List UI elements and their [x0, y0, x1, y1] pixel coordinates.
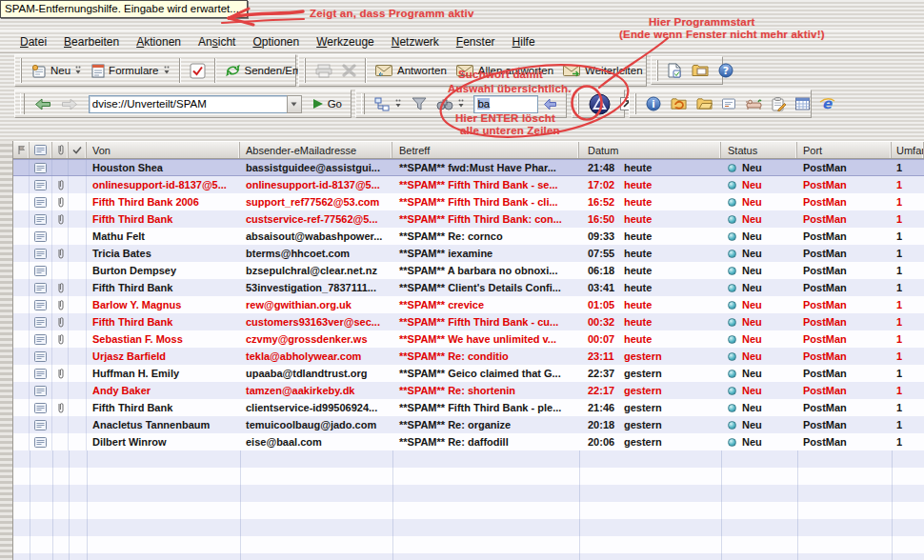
sender-email: bterms@hhcoet.com: [240, 245, 392, 262]
print-button[interactable]: [311, 62, 337, 80]
menu-item-optionen[interactable]: Optionen: [244, 32, 308, 51]
column-header-datum[interactable]: Datum: [579, 142, 721, 158]
reply-all-button[interactable]: Allen antworten: [452, 63, 558, 79]
search-back-button[interactable]: [538, 96, 562, 112]
message-row[interactable]: onlinesupport-id-8137@5... onlinesupport…: [13, 176, 924, 193]
forms-button[interactable]: Formulare: [87, 62, 174, 80]
paperclip-icon: [56, 316, 65, 329]
find-button[interactable]: [432, 96, 470, 112]
new-button[interactable]: Neu: [27, 62, 87, 80]
resubmit-button[interactable]: [741, 96, 767, 112]
chevron-down-icon[interactable]: [457, 99, 465, 109]
time: 06:18: [588, 262, 624, 279]
toolbar-separator: [365, 58, 367, 83]
message-row[interactable]: Barlow Y. Magnus rew@gwithian.org.uk **S…: [13, 296, 924, 313]
back-button[interactable]: [30, 96, 56, 112]
message-row[interactable]: Fifth Third Bank 53investigation_7837111…: [13, 279, 924, 296]
message-row[interactable]: Anacletus Tannenbaum temuicoolbaug@jado.…: [13, 416, 924, 433]
delete-button[interactable]: [337, 62, 361, 79]
go-button[interactable]: Go: [308, 96, 347, 111]
status-dot-icon: [728, 352, 736, 361]
export-document-button[interactable]: [663, 61, 687, 80]
column-header-betreff[interactable]: Betreff: [392, 142, 579, 158]
message-row[interactable]: Fifth Third Bank custservice-ref-77562@5…: [13, 210, 924, 228]
sender-name: Fifth Third Bank: [87, 279, 240, 296]
column-header-status[interactable]: Status: [721, 142, 797, 158]
address-dropdown-button[interactable]: [287, 95, 302, 113]
search-input[interactable]: ba: [473, 95, 538, 113]
menu-item-fenster[interactable]: Fenster: [448, 32, 504, 51]
column-label: Umfang: [896, 145, 924, 156]
type-column-header[interactable]: [30, 142, 52, 158]
column-header-port[interactable]: Port: [797, 142, 892, 158]
reply-button[interactable]: Antworten: [371, 63, 452, 79]
folder-sync-icon: [671, 97, 687, 110]
message-row[interactable]: Fifth Third Bank clientservice-id9950692…: [13, 399, 924, 416]
paperclip-icon: [56, 299, 65, 311]
search-value-text: ba: [477, 98, 490, 110]
menu-item-aktionen[interactable]: Aktionen: [128, 32, 190, 51]
message-row[interactable]: Houston Shea bassistguidee@assistgui... …: [13, 159, 924, 176]
internet-button[interactable]: e: [814, 94, 840, 113]
filter-button[interactable]: [407, 95, 432, 112]
message-row[interactable]: Burton Dempsey bzsepulchral@clear.net.nz…: [13, 262, 924, 279]
column-header-umfang[interactable]: Umfang: [892, 142, 924, 158]
flag-column-header[interactable]: [13, 142, 30, 158]
done-column-header[interactable]: [69, 142, 87, 158]
chevron-down-icon[interactable]: [74, 66, 82, 75]
mail-type-icon: [34, 145, 47, 155]
port: PostMan: [797, 279, 892, 296]
message-row[interactable]: Andy Baker tamzen@aakirkeby.dk **SPAM** …: [13, 382, 924, 399]
menu-item-datei[interactable]: Datei: [11, 32, 55, 51]
sender-name: Fifth Third Bank: [87, 313, 240, 330]
port: PostMan: [797, 382, 892, 399]
message-row[interactable]: Huffman H. Emily upaaba@tdlandtrust.org …: [13, 365, 924, 382]
chevron-down-icon[interactable]: [163, 66, 171, 75]
menu-item-hilfe[interactable]: Hilfe: [504, 32, 544, 51]
message-row[interactable]: Dilbert Winrow eise@baal.com **SPAM** Re…: [13, 433, 924, 450]
info-button[interactable]: i: [641, 94, 666, 113]
mail-icon: [34, 180, 47, 190]
status-text: Neu: [742, 162, 762, 173]
status-dot-icon: [728, 198, 736, 207]
mail-icon: [34, 351, 47, 362]
spam-helper-start-button[interactable]: [584, 91, 615, 117]
folder-open-button[interactable]: [692, 95, 717, 112]
task-button[interactable]: [185, 61, 211, 81]
address-input[interactable]: dvise://Unverteilt/SPAM: [89, 95, 288, 113]
sender-name: Mathu Felt: [87, 228, 240, 245]
message-row[interactable]: Fifth Third Bank 2006 support_ref77562@5…: [13, 193, 924, 210]
chevron-down-icon[interactable]: [394, 99, 402, 109]
sender-name: Tricia Bates: [87, 245, 240, 262]
status-dot-icon: [728, 215, 736, 224]
message-row[interactable]: Urjasz Barfield tekla@abholywear.com **S…: [13, 348, 924, 365]
menu-item-ansicht[interactable]: Ansicht: [190, 32, 244, 51]
mail-icon: [34, 214, 47, 225]
paperclip-icon: [56, 402, 65, 414]
status-dot-icon: [728, 284, 736, 292]
left-scroll-strip[interactable]: [0, 141, 13, 560]
menu-item-bearbeiten[interactable]: Bearbeiten: [55, 32, 128, 51]
message-row[interactable]: Sebastian F. Moss czvmy@grossdenker.ws *…: [13, 330, 924, 348]
menu-item-netzwerk[interactable]: Netzwerk: [383, 32, 448, 51]
folder-mail-button[interactable]: [687, 62, 713, 79]
contact-card-button[interactable]: [717, 96, 741, 111]
notes-button[interactable]: [767, 95, 791, 113]
subject: **SPAM** Fifth Third Bank - cli...: [392, 193, 579, 210]
tree-view-button[interactable]: [370, 95, 407, 113]
message-row[interactable]: Mathu Felt absaisout@wabashpower... **SP…: [13, 228, 924, 245]
menu-item-werkzeuge[interactable]: Werkzeuge: [308, 32, 383, 51]
folder-sync-button[interactable]: [666, 95, 692, 112]
annotation-program-start-1: Hier Programmstart: [649, 16, 755, 28]
message-row[interactable]: Fifth Third Bank customers93163ver@sec..…: [13, 313, 924, 330]
calendar-button[interactable]: [791, 95, 814, 112]
time: 21:46: [588, 399, 624, 416]
message-row[interactable]: Tricia Bates bterms@hhcoet.com **SPAM** …: [13, 245, 924, 262]
help-button[interactable]: ?: [713, 61, 738, 80]
forward-button[interactable]: Weiterleiten: [558, 63, 648, 79]
subject: **SPAM** Re: cornco: [392, 228, 579, 245]
forward-nav-button[interactable]: [56, 96, 83, 112]
column-header-von[interactable]: Von: [87, 142, 240, 158]
column-header-absender[interactable]: Absender-eMailadresse: [240, 142, 392, 158]
attachment-column-header[interactable]: [52, 142, 69, 158]
